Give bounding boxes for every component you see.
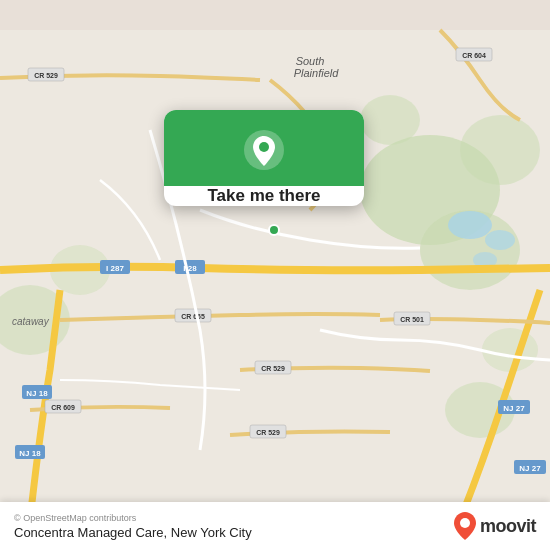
svg-point-43 [259, 142, 269, 152]
map-background: I 287 I 28 NJ 27 NJ 27 NJ 18 NJ 18 CR 52… [0, 0, 550, 550]
moovit-pin-icon [454, 512, 476, 540]
svg-text:CR 529: CR 529 [261, 365, 285, 372]
map-container: I 287 I 28 NJ 27 NJ 27 NJ 18 NJ 18 CR 52… [0, 0, 550, 550]
svg-point-3 [460, 115, 540, 185]
svg-text:I 287: I 287 [106, 264, 124, 273]
svg-text:CR 609: CR 609 [51, 404, 75, 411]
svg-point-41 [269, 225, 279, 235]
moovit-logo[interactable]: moovit [454, 512, 536, 540]
svg-text:cataway: cataway [12, 316, 50, 327]
moovit-brand-text: moovit [480, 516, 536, 537]
svg-text:South: South [296, 55, 325, 67]
take-me-there-button[interactable]: Take me there [164, 186, 364, 206]
svg-text:NJ 18: NJ 18 [19, 449, 41, 458]
svg-text:CR 665: CR 665 [181, 313, 205, 320]
bottom-bar: © OpenStreetMap contributors Concentra M… [0, 502, 550, 550]
svg-text:NJ 27: NJ 27 [519, 464, 541, 473]
location-label: Concentra Managed Care, New York City [14, 525, 252, 540]
attribution-text: © OpenStreetMap contributors [14, 513, 252, 523]
svg-point-10 [485, 230, 515, 250]
popup-card: Take me there [164, 110, 364, 206]
svg-text:NJ 27: NJ 27 [503, 404, 525, 413]
svg-text:CR 529: CR 529 [34, 72, 58, 79]
location-pin-icon [242, 128, 286, 172]
svg-point-8 [482, 328, 538, 372]
svg-text:CR 529: CR 529 [256, 429, 280, 436]
svg-point-4 [360, 95, 420, 145]
svg-text:NJ 18: NJ 18 [26, 389, 48, 398]
popup-label-text: Take me there [191, 174, 336, 206]
svg-point-44 [460, 518, 470, 528]
bottom-info: © OpenStreetMap contributors Concentra M… [14, 513, 252, 540]
svg-text:CR 501: CR 501 [400, 316, 424, 323]
svg-point-9 [448, 211, 492, 239]
svg-text:Plainfield: Plainfield [294, 67, 340, 79]
svg-text:CR 604: CR 604 [462, 52, 486, 59]
